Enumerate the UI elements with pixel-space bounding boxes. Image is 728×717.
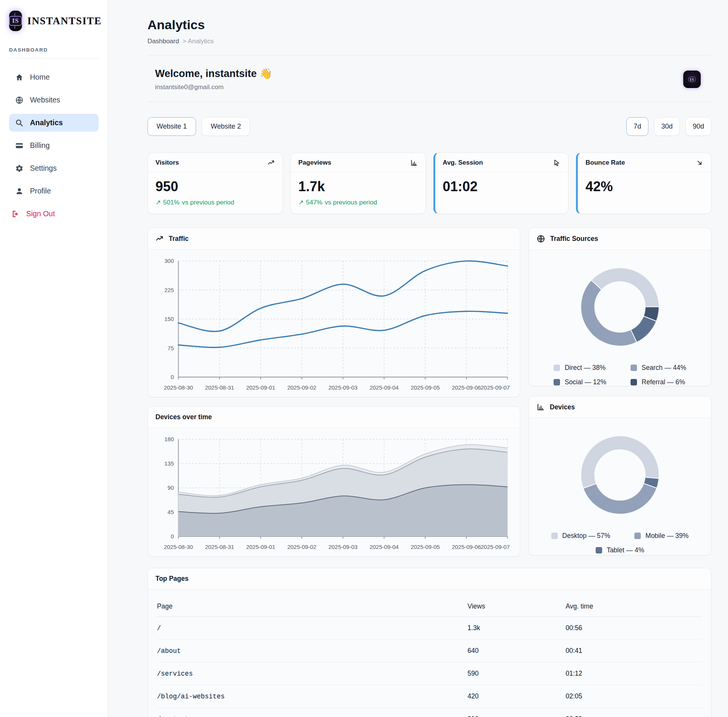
svg-text:2025-08-31: 2025-08-31 — [205, 544, 234, 550]
card-title: Top Pages — [155, 575, 188, 583]
welcome-banner: Welcome, instantsite 👋 instantsite0@gmai… — [147, 55, 711, 102]
svg-text:2025-09-05: 2025-09-05 — [411, 544, 440, 550]
sign-out-button[interactable]: Sign Out — [9, 205, 99, 223]
sidebar-item-settings[interactable]: Settings — [9, 159, 99, 177]
pageviews-card: Pageviews 1.7k ↗547%vs previous period — [290, 153, 426, 214]
website-1-tab[interactable]: Website 1 — [147, 117, 196, 136]
breadcrumb-current: Analytics — [188, 38, 213, 45]
logout-icon — [11, 210, 20, 218]
page-views: 310 — [468, 708, 566, 717]
table-row: /services 590 01:12 — [157, 662, 702, 685]
page-views: 590 — [468, 662, 566, 685]
card-title: Traffic — [169, 235, 189, 243]
legend-swatch — [554, 379, 560, 385]
cursor-icon — [553, 159, 560, 167]
devices-share-card: Devices Desktop — 57% Mobile — 39% Table… — [529, 396, 711, 555]
sidebar-item-websites[interactable]: Websites — [9, 91, 99, 109]
svg-text:2025-09-07: 2025-09-07 — [481, 544, 510, 550]
legend-swatch — [551, 533, 558, 539]
stat-value: 1.7k — [298, 179, 425, 195]
table-row: /blog/ai-websites 420 02:05 — [157, 685, 702, 708]
devices-over-time-card: Devices over time 045901351802025-08-302… — [147, 406, 520, 557]
controls-row: Website 1 Website 2 7d 30d 90d — [147, 117, 711, 136]
legend-item: Social — 12% — [554, 378, 606, 386]
sidebar-item-label: Analytics — [30, 118, 63, 127]
svg-text:2025-09-01: 2025-09-01 — [246, 384, 275, 391]
range-30d-button[interactable]: 30d — [654, 117, 680, 136]
bounce-rate-card: Bounce Rate 42% — [576, 153, 711, 214]
sidebar-divider — [9, 58, 99, 58]
table-row: /about 640 00:41 — [157, 640, 702, 662]
sidebar-item-profile[interactable]: Profile — [9, 182, 99, 200]
welcome-heading: Welcome, instantsite 👋 — [155, 68, 272, 80]
legend-item: Mobile — 39% — [634, 532, 689, 540]
table-row: /contact 310 00:29 — [157, 708, 702, 717]
card-title: Devices over time — [155, 413, 212, 421]
sidebar-item-analytics[interactable]: Analytics — [9, 114, 99, 132]
traffic-sources-card: Traffic Sources Direct — 38% Search — 44… — [529, 228, 711, 386]
svg-text:2025-08-31: 2025-08-31 — [205, 384, 234, 391]
globe-icon — [537, 234, 545, 243]
svg-text:2025-09-06: 2025-09-06 — [452, 544, 481, 550]
avatar: IS — [683, 71, 701, 88]
svg-text:225: 225 — [164, 287, 174, 293]
svg-text:90: 90 — [168, 484, 174, 491]
stat-value: 01:02 — [443, 179, 568, 195]
sign-out-label: Sign Out — [26, 209, 55, 218]
gear-icon — [15, 164, 24, 173]
visitors-card: Visitors 950 ↗501%vs previous period — [147, 153, 283, 214]
svg-text:2025-09-02: 2025-09-02 — [287, 384, 317, 391]
sidebar-item-label: Profile — [30, 187, 51, 195]
range-90d-button[interactable]: 90d — [686, 117, 711, 136]
stat-title: Pageviews — [298, 159, 331, 167]
sidebar-item-billing[interactable]: Billing — [9, 137, 99, 154]
legend-item: Direct — 38% — [554, 364, 606, 372]
legend-swatch — [634, 533, 641, 539]
card-title: Traffic Sources — [550, 235, 598, 243]
main-content: Analytics Dashboard > Analytics Welcome,… — [108, 0, 728, 717]
stat-delta: ↗501%vs previous period — [155, 198, 282, 206]
trending-up-icon — [267, 159, 275, 167]
svg-text:2025-09-01: 2025-09-01 — [246, 544, 275, 550]
svg-text:2025-09-03: 2025-09-03 — [328, 384, 358, 391]
svg-text:2025-09-04: 2025-09-04 — [370, 544, 399, 550]
search-icon — [15, 119, 24, 127]
stat-title: Visitors — [155, 159, 179, 167]
website-2-tab[interactable]: Website 2 — [202, 117, 250, 136]
page-views: 1.3k — [468, 617, 566, 640]
arrow-down-right-icon — [696, 159, 703, 167]
svg-text:180: 180 — [164, 436, 174, 442]
range-7d-button[interactable]: 7d — [626, 117, 648, 136]
page-title: Analytics — [147, 17, 711, 32]
page-avg-time: 00:41 — [566, 640, 702, 662]
legend-swatch — [631, 379, 637, 385]
credit-card-icon — [15, 142, 24, 150]
avg-session-card: Avg. Session 01:02 — [433, 153, 569, 214]
sidebar-item-home[interactable]: Home — [9, 68, 99, 86]
svg-text:2025-09-02: 2025-09-02 — [287, 544, 317, 550]
devices-area-chart: 045901351802025-08-302025-08-312025-09-0… — [152, 433, 513, 555]
top-pages-table: Page Views Avg. time / 1.3k 00:56 /about… — [157, 595, 702, 717]
traffic-sources-legend: Direct — 38% Search — 44% Social — 12% R… — [529, 358, 711, 386]
svg-text:2025-09-05: 2025-09-05 — [411, 384, 440, 391]
trending-up-icon — [155, 234, 164, 243]
sidebar-item-label: Home — [30, 73, 50, 82]
sidebar-section-label: DASHBOARD — [9, 47, 99, 53]
page-path: /contact — [157, 708, 468, 717]
page-path: / — [157, 617, 468, 640]
legend-swatch — [554, 365, 560, 371]
charts-area: Traffic 0751502253002025-08-302025-08-31… — [147, 228, 711, 557]
avatar-monogram: IS — [688, 77, 696, 82]
table-row: / 1.3k 00:56 — [157, 617, 702, 640]
svg-text:2025-09-06: 2025-09-06 — [452, 384, 481, 391]
column-header-page: Page — [157, 595, 468, 617]
breadcrumb-root[interactable]: Dashboard — [147, 38, 179, 45]
globe-icon — [15, 96, 24, 104]
svg-text:45: 45 — [168, 509, 174, 515]
svg-text:2025-09-07: 2025-09-07 — [481, 384, 510, 391]
home-icon — [15, 73, 24, 82]
breadcrumb: Dashboard > Analytics — [147, 38, 711, 45]
traffic-chart-card: Traffic 0751502253002025-08-302025-08-31… — [147, 228, 520, 397]
page-path: /about — [157, 640, 468, 662]
user-icon — [15, 187, 24, 195]
